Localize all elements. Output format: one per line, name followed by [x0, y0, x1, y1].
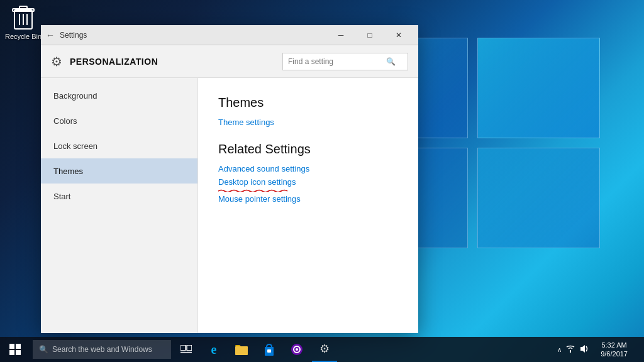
- search-box[interactable]: 🔍: [282, 53, 408, 70]
- svg-rect-7: [16, 344, 21, 349]
- edge-icon: e: [211, 343, 217, 357]
- svg-point-18: [296, 348, 298, 351]
- desktop-icon-link[interactable]: Desktop icon settings: [218, 177, 296, 187]
- taskbar-edge-button[interactable]: e: [201, 337, 226, 362]
- task-view-icon: [180, 345, 192, 354]
- sidebar-item-themes[interactable]: Themes: [41, 158, 197, 184]
- start-button[interactable]: [0, 337, 30, 362]
- close-button[interactable]: ✕: [384, 25, 413, 45]
- recycle-bin-label: Recycle Bin: [5, 33, 42, 41]
- tray-icons: ∧: [553, 344, 593, 355]
- themes-section-title: Themes: [218, 96, 398, 110]
- desktop: Recycle Bin ← Settings ─ □ ✕ ⚙ PERSONALI…: [0, 0, 644, 362]
- recycle-bin-icon[interactable]: Recycle Bin: [5, 5, 42, 41]
- svg-rect-6: [9, 344, 14, 349]
- search-icon: 🔍: [386, 57, 396, 66]
- theme-settings-link[interactable]: Theme settings: [218, 118, 398, 127]
- sidebar-item-background[interactable]: Background: [41, 83, 197, 108]
- photo-icon: [291, 343, 303, 356]
- back-button[interactable]: ←: [46, 30, 55, 40]
- taskbar: 🔍 Search the web and Windows e: [0, 337, 644, 362]
- taskbar-photo-button[interactable]: [284, 337, 309, 362]
- squiggle-underline: [218, 189, 296, 192]
- recycle-bin-graphic: [11, 5, 36, 30]
- volume-icon[interactable]: [579, 344, 589, 355]
- settings-gear-icon: ⚙: [319, 342, 330, 356]
- taskbar-store-button[interactable]: [257, 337, 282, 362]
- page-title: PERSONALIZATION: [70, 57, 275, 67]
- svg-rect-13: [235, 346, 248, 355]
- minimize-button[interactable]: ─: [326, 25, 355, 45]
- taskbar-search[interactable]: 🔍 Search the web and Windows: [33, 340, 171, 359]
- svg-rect-2: [19, 6, 27, 9]
- taskbar-apps: e: [201, 337, 337, 362]
- title-bar: ← Settings ─ □ ✕: [41, 25, 418, 45]
- related-settings-title: Related Settings: [218, 142, 398, 156]
- start-icon: [9, 344, 21, 355]
- task-view-button[interactable]: [174, 337, 199, 362]
- taskbar-right: ∧ 5:32 AM 9/6/2017: [553, 341, 644, 359]
- personalization-gear-icon: ⚙: [51, 54, 62, 69]
- svg-rect-15: [267, 349, 271, 353]
- clock-time: 5:32 AM: [601, 341, 626, 349]
- chevron-up-icon[interactable]: ∧: [557, 346, 562, 353]
- sidebar-item-start[interactable]: Start: [41, 184, 197, 209]
- sidebar-item-colors[interactable]: Colors: [41, 108, 197, 133]
- svg-rect-11: [187, 345, 192, 351]
- file-explorer-icon: [235, 344, 248, 355]
- mouse-pointer-link[interactable]: Mouse pointer settings: [218, 194, 398, 204]
- svg-rect-10: [180, 345, 186, 351]
- main-content: Themes Theme settings Related Settings A…: [198, 78, 418, 333]
- taskbar-settings-button[interactable]: ⚙: [312, 337, 337, 362]
- advanced-sound-link[interactable]: Advanced sound settings: [218, 164, 398, 173]
- settings-window: ← Settings ─ □ ✕ ⚙ PERSONALIZATION 🔍 Bac…: [41, 25, 418, 333]
- clock[interactable]: 5:32 AM 9/6/2017: [596, 341, 633, 359]
- sidebar: Background Colors Lock screen Themes Sta…: [41, 78, 198, 333]
- content-area: Background Colors Lock screen Themes Sta…: [41, 78, 418, 333]
- clock-date: 9/6/2017: [601, 349, 628, 358]
- taskbar-search-text: Search the web and Windows: [52, 345, 152, 354]
- store-icon: [264, 343, 275, 356]
- window-title: Settings: [60, 31, 326, 40]
- window-controls: ─ □ ✕: [326, 25, 413, 45]
- taskbar-search-icon: 🔍: [39, 345, 48, 354]
- svg-rect-8: [9, 350, 14, 355]
- header-bar: ⚙ PERSONALIZATION 🔍: [41, 45, 418, 78]
- svg-rect-9: [16, 350, 21, 355]
- maximize-button[interactable]: □: [355, 25, 384, 45]
- taskbar-file-explorer-button[interactable]: [229, 337, 254, 362]
- sidebar-item-lock-screen[interactable]: Lock screen: [41, 133, 197, 158]
- search-input[interactable]: [288, 57, 382, 66]
- network-icon[interactable]: [565, 345, 575, 354]
